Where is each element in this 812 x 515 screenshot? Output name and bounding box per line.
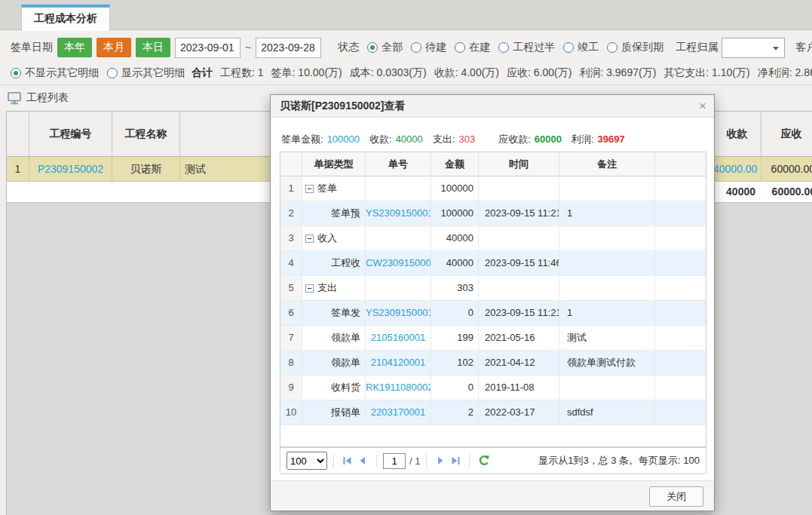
date-from-input[interactable] xyxy=(175,38,241,58)
dialog-close-icon[interactable]: × xyxy=(699,95,706,117)
stat-label: 收款: xyxy=(369,133,392,145)
doc-filler xyxy=(655,201,706,225)
close-button[interactable]: 关闭 xyxy=(649,486,703,507)
radio-icon xyxy=(367,42,378,53)
pager-divider xyxy=(376,454,377,467)
doc-row[interactable]: 10报销单220317000122022-03-17sdfdsf xyxy=(280,400,706,425)
status-radio-2[interactable]: 在建 xyxy=(455,41,490,54)
first-page-icon[interactable] xyxy=(342,455,353,466)
doc-row[interactable]: 5支出303 xyxy=(280,276,706,301)
collapse-icon[interactable] xyxy=(305,185,314,193)
status-radio-1[interactable]: 待建 xyxy=(411,41,446,54)
radio-label: 质保到期 xyxy=(621,41,663,54)
column-header-2[interactable]: 工程名称 xyxy=(112,112,180,157)
doc-column-header-2[interactable]: 单号 xyxy=(366,152,431,176)
doc-row[interactable]: 1签单100000 xyxy=(280,176,706,201)
doc-note: 测试 xyxy=(559,326,655,350)
column-header-5[interactable]: 应收 xyxy=(761,112,812,157)
doc-type-label: 支出 xyxy=(317,276,337,300)
doc-filler xyxy=(655,251,706,275)
total-cell xyxy=(29,182,112,203)
doc-column-header-5[interactable]: 备注 xyxy=(559,152,655,176)
radio-label: 在建 xyxy=(469,41,490,54)
doc-number-link[interactable]: 2203170001 xyxy=(366,400,431,425)
detail-radio-0[interactable]: 不显示其它明细 xyxy=(11,66,99,80)
total-label: 合计 xyxy=(192,66,213,80)
status-radio-3[interactable]: 工程过半 xyxy=(498,41,555,54)
doc-column-header-6[interactable] xyxy=(655,152,706,176)
doc-number-link[interactable]: 2104120001 xyxy=(366,351,431,375)
status-radio-4[interactable]: 竣工 xyxy=(563,41,599,54)
doc-row[interactable]: 9收料货RK191108000202019-11-08 xyxy=(280,376,706,400)
doc-column-header-3[interactable]: 金额 xyxy=(431,152,479,176)
refresh-icon[interactable] xyxy=(478,455,490,467)
summary-item: 成本: 0.0303(万) xyxy=(350,66,427,80)
doc-row[interactable]: 6签单发YS230915000102023-09-15 11:211 xyxy=(280,301,706,326)
doc-row[interactable]: 3收入40000 xyxy=(280,226,706,251)
doc-column-header-0[interactable] xyxy=(280,152,302,176)
detail-radio-1[interactable]: 显示其它明细 xyxy=(107,66,185,80)
doc-type-label: 领款单 xyxy=(331,332,360,343)
prev-page-icon[interactable] xyxy=(357,455,368,466)
doc-number-link[interactable]: 2105160001 xyxy=(366,326,431,350)
doc-number-link[interactable]: YS2309150001 xyxy=(366,201,431,225)
doc-time: 2022-03-17 xyxy=(479,400,559,425)
collapse-icon[interactable] xyxy=(305,235,314,243)
status-radio-group: 全部待建在建工程过半竣工质保到期 xyxy=(359,41,663,54)
doc-filler xyxy=(655,226,706,250)
doc-type-label: 工程收 xyxy=(331,257,360,268)
dialog-titlebar: 贝诺斯[P2309150002]查看 × xyxy=(271,95,714,118)
project-owner-select[interactable] xyxy=(722,38,785,58)
doc-number-link[interactable]: CW2309150001 xyxy=(366,251,431,275)
doc-time: 2021-05-16 xyxy=(479,326,559,350)
doc-time: 2023-09-15 11:21 xyxy=(479,201,559,225)
doc-filler xyxy=(655,176,706,201)
project-view-dialog: 贝诺斯[P2309150002]查看 × 签单金额:100000收款:40000… xyxy=(270,94,715,511)
doc-column-header-4[interactable]: 时间 xyxy=(479,152,559,176)
page-size-select[interactable]: 100 xyxy=(286,452,327,470)
today-button[interactable]: 本日 xyxy=(136,38,170,57)
summary-item: 利润: 3.9697(万) xyxy=(579,66,656,80)
last-page-icon[interactable] xyxy=(450,455,461,466)
page-number-input[interactable] xyxy=(383,453,406,469)
date-to-input[interactable] xyxy=(256,38,321,58)
column-header-0[interactable] xyxy=(7,112,29,157)
doc-number-link[interactable]: YS2309150001 xyxy=(366,301,431,325)
status-radio-5[interactable]: 质保到期 xyxy=(607,41,663,54)
this-month-button[interactable]: 本月 xyxy=(97,38,131,57)
detail-radio-group: 不显示其它明细显示其它明细 xyxy=(2,66,185,80)
project-owner-label: 工程归属 xyxy=(676,41,718,54)
stat-item: 收款:40000 xyxy=(369,133,423,145)
next-page-icon[interactable] xyxy=(435,455,446,466)
doc-column-header-1[interactable]: 单据类型 xyxy=(302,152,366,176)
doc-type-label: 签单发 xyxy=(331,307,360,318)
radio-label: 全部 xyxy=(381,41,403,54)
radio-label: 不显示其它明细 xyxy=(25,66,99,80)
doc-row[interactable]: 8领款单21041200011022021-04-12领款单测试付款 xyxy=(280,351,706,376)
doc-row[interactable]: 4工程收CW2309150001400002023-09-15 11:46 xyxy=(280,251,706,276)
this-year-button[interactable]: 本年 xyxy=(57,38,92,57)
doc-row[interactable]: 7领款单21051600011992021-05-16测试 xyxy=(280,326,706,351)
tab-project-cost-analysis[interactable]: 工程成本分析 xyxy=(21,5,110,31)
doc-row[interactable]: 2签单预YS23091500011000002023-09-15 11:211 xyxy=(280,201,706,226)
doc-number-link[interactable]: RK1911080002 xyxy=(366,376,431,400)
stat-item: 利润:39697 xyxy=(571,133,625,145)
doc-filler xyxy=(655,301,706,325)
summary-item: 工程数: 1 xyxy=(220,66,264,80)
radio-icon xyxy=(607,42,617,53)
collapse-icon[interactable] xyxy=(305,284,314,293)
radio-label: 显示其它明细 xyxy=(121,66,185,80)
column-header-4[interactable]: 收款 xyxy=(713,112,761,157)
document-grid-header: 单据类型单号金额时间备注 xyxy=(280,152,706,176)
doc-type: 签单发 xyxy=(302,301,366,325)
doc-time: 2023-09-15 11:46 xyxy=(479,251,559,275)
project-name: 贝诺斯 xyxy=(112,157,180,182)
column-header-1[interactable]: 工程编号 xyxy=(29,112,112,157)
doc-filler xyxy=(655,351,706,375)
project-code-link[interactable]: P2309150002 xyxy=(29,157,112,182)
doc-row-index: 2 xyxy=(280,201,302,225)
radio-icon xyxy=(411,42,421,53)
status-radio-0[interactable]: 全部 xyxy=(367,41,403,54)
receivable-amount: 60000.00 xyxy=(761,157,812,182)
stat-label: 利润: xyxy=(571,133,594,145)
